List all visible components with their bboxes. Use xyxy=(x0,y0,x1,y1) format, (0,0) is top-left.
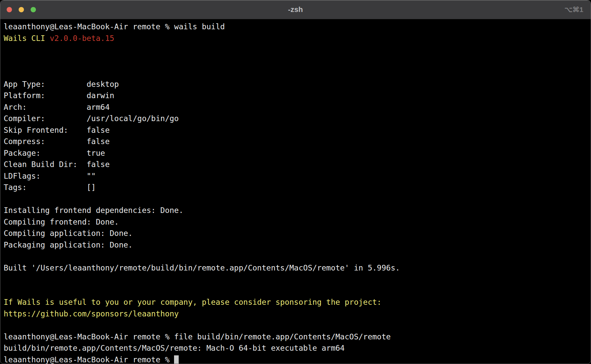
terminal-line: leaanthony@Leas-MacBook-Air remote % xyxy=(4,354,587,364)
terminal-text-segment: Built '/Users/leaanthony/remote/build/bi… xyxy=(4,264,400,272)
terminal-line: Tags: [] xyxy=(4,182,587,193)
terminal-text-segment: App Type: desktop xyxy=(4,80,119,89)
terminal-window: -zsh ⌥⌘1 leaanthony@Leas-MacBook-Air rem… xyxy=(0,0,591,364)
terminal-line: https://github.com/sponsors/leaanthony xyxy=(4,308,587,320)
terminal-line: Compiling frontend: Done. xyxy=(4,216,587,228)
terminal-text-segment: Compiling application: Done. xyxy=(4,229,133,238)
terminal-line: build/bin/remote.app/Contents/MacOS/remo… xyxy=(4,342,587,354)
terminal-line: Built '/Users/leaanthony/remote/build/bi… xyxy=(4,262,587,274)
terminal-line: Skip Frontend: false xyxy=(4,124,587,136)
terminal-text-segment: Compiling frontend: Done. xyxy=(4,218,119,226)
terminal-line xyxy=(4,285,587,297)
terminal-text-segment: leaanthony@Leas-MacBook-Air remote % wai… xyxy=(4,22,225,31)
terminal-text-segment: Platform: darwin xyxy=(4,91,114,100)
terminal-text-segment: Clean Build Dir: false xyxy=(4,160,110,169)
terminal-line: Installing frontend dependencies: Done. xyxy=(4,205,587,216)
terminal-line xyxy=(4,251,587,262)
terminal-text-segment: build/bin/remote.app/Contents/MacOS/remo… xyxy=(4,344,345,352)
terminal-line xyxy=(4,56,587,67)
close-button[interactable] xyxy=(7,7,12,12)
terminal-line: Compiling application: Done. xyxy=(4,228,587,239)
terminal-text-segment: Installing frontend dependencies: Done. xyxy=(4,206,183,215)
minimize-button[interactable] xyxy=(19,7,24,12)
terminal-line: If Wails is useful to you or your compan… xyxy=(4,296,587,308)
terminal-line: Platform: darwin xyxy=(4,90,587,101)
terminal-text-segment: v2.0.0-beta.15 xyxy=(50,34,114,43)
terminal-text-segment: Compiler: /usr/local/go/bin/go xyxy=(4,114,179,123)
terminal-line xyxy=(4,44,587,56)
terminal-text-segment: leaanthony@Leas-MacBook-Air remote % xyxy=(4,355,174,364)
terminal-text-segment: Package: true xyxy=(4,149,105,157)
terminal-cursor xyxy=(174,355,179,364)
terminal-line: Arch: arm64 xyxy=(4,101,587,113)
terminal-line: Package: true xyxy=(4,147,587,159)
terminal-line xyxy=(4,319,587,331)
terminal-text-segment: Arch: arm64 xyxy=(4,103,110,111)
terminal-line xyxy=(4,193,587,205)
terminal-text-segment: Compress: false xyxy=(4,137,110,146)
terminal-text-segment: leaanthony@Leas-MacBook-Air remote % fil… xyxy=(4,332,391,341)
terminal-line: Clean Build Dir: false xyxy=(4,159,587,170)
terminal-text-segment: If Wails is useful to you or your compan… xyxy=(4,298,381,306)
terminal-line xyxy=(4,67,587,79)
terminal-line: Compress: false xyxy=(4,136,587,147)
terminal-text-segment: Tags: [] xyxy=(4,183,96,192)
terminal-line: leaanthony@Leas-MacBook-Air remote % fil… xyxy=(4,331,587,343)
terminal-screen[interactable]: leaanthony@Leas-MacBook-Air remote % wai… xyxy=(0,19,591,364)
terminal-text-segment: Skip Frontend: false xyxy=(4,126,110,134)
terminal-text-segment: Packaging application: Done. xyxy=(4,241,133,249)
terminal-line: Packaging application: Done. xyxy=(4,239,587,251)
window-title: -zsh xyxy=(0,5,591,14)
terminal-text-segment: https://github.com/sponsors/leaanthony xyxy=(4,309,179,318)
title-bar: -zsh ⌥⌘1 xyxy=(0,0,591,19)
window-controls xyxy=(0,7,36,12)
terminal-text-segment: LDFlags: "" xyxy=(4,172,96,180)
keyboard-shortcut-badge: ⌥⌘1 xyxy=(564,6,591,14)
terminal-line: App Type: desktop xyxy=(4,79,587,90)
terminal-line: LDFlags: "" xyxy=(4,170,587,182)
terminal-line xyxy=(4,273,587,285)
terminal-line: Wails CLI v2.0.0-beta.15 xyxy=(4,33,587,44)
zoom-button[interactable] xyxy=(31,7,36,12)
terminal-line: leaanthony@Leas-MacBook-Air remote % wai… xyxy=(4,21,587,33)
terminal-line: Compiler: /usr/local/go/bin/go xyxy=(4,113,587,124)
terminal-text-segment: Wails CLI xyxy=(4,34,50,43)
